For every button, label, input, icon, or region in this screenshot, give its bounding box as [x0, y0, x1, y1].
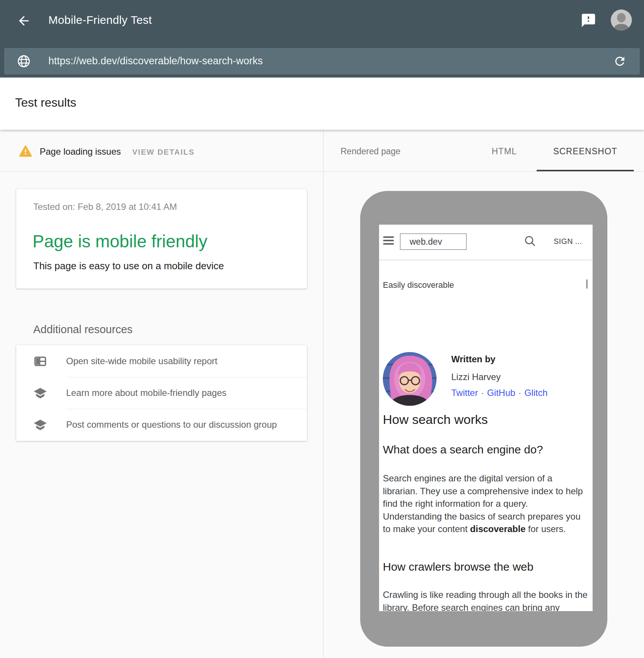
school-icon	[33, 386, 47, 400]
tab-screenshot[interactable]: SCREENSHOT	[537, 146, 634, 157]
page-header: Test results	[0, 78, 644, 130]
twitter-link: Twitter	[451, 388, 478, 398]
verdict-heading: Page is mobile friendly	[33, 231, 207, 251]
tested-on-timestamp: Tested on: Feb 8, 2019 at 10:41 AM	[33, 202, 177, 212]
resource-label: Learn more about mobile-friendly pages	[66, 388, 226, 398]
url-bar[interactable]: https://web.dev/discoverable/how-search-…	[4, 48, 640, 74]
link-separator: ·	[478, 388, 487, 398]
resource-discussion-group-link[interactable]: Post comments or questions to our discus…	[16, 409, 307, 441]
resource-learn-more-link[interactable]: Learn more about mobile-friendly pages	[16, 377, 307, 409]
section-paragraph: Crawling is like reading through all the…	[383, 588, 589, 611]
view-details-button[interactable]: VIEW DETAILS	[132, 148, 195, 157]
back-icon[interactable]	[17, 14, 31, 28]
feedback-icon[interactable]	[581, 12, 596, 29]
resource-label: Open site-wide mobile usability report	[66, 356, 217, 366]
article-title: How search works	[383, 412, 488, 427]
site-search-box: web.dev	[400, 233, 467, 250]
author-avatar	[383, 352, 437, 406]
refresh-icon[interactable]	[613, 54, 627, 68]
screenshot-preview: web.dev SIGN ... Easily discoverable	[379, 225, 593, 611]
resources-card: Open site-wide mobile usability report L…	[16, 345, 307, 441]
warning-icon	[18, 144, 33, 158]
url-text: https://web.dev/discoverable/how-search-…	[48, 55, 263, 67]
school-icon	[33, 418, 47, 432]
additional-resources-heading: Additional resources	[33, 323, 133, 336]
breadcrumb: Easily discoverable	[383, 280, 454, 290]
verdict-description: This page is easy to use on a mobile dev…	[33, 260, 224, 272]
search-icon	[523, 234, 537, 248]
phone-mockup: web.dev SIGN ... Easily discoverable	[360, 191, 607, 647]
github-link: GitHub	[487, 388, 516, 398]
app-bar: Mobile-Friendly Test https://web.dev/dis…	[0, 0, 644, 78]
tab-html[interactable]: HTML	[492, 146, 517, 157]
user-avatar[interactable]	[611, 9, 632, 31]
link-separator: ·	[515, 388, 524, 398]
glitch-link: Glitch	[524, 388, 547, 398]
content-area: Page loading issues VIEW DETAILS Rendere…	[0, 130, 644, 658]
truncated-icon	[587, 279, 587, 289]
active-tab-indicator	[537, 170, 634, 171]
app-title: Mobile-Friendly Test	[48, 14, 152, 26]
panel-divider	[323, 130, 324, 658]
usability-report-icon	[33, 354, 47, 368]
preview-site-header: web.dev SIGN ...	[379, 225, 593, 260]
author-name: Lizzi Harvey	[451, 372, 501, 382]
resource-usability-report-link[interactable]: Open site-wide mobile usability report	[16, 345, 307, 377]
sign-in-label: SIGN ...	[554, 237, 582, 246]
toolbar-divider	[0, 171, 644, 172]
page-title: Test results	[15, 96, 76, 110]
site-name: web.dev	[410, 237, 442, 247]
resource-label: Post comments or questions to our discus…	[66, 419, 277, 430]
section-heading: What does a search engine do?	[383, 443, 543, 456]
section-paragraph: Search engines are the digital version o…	[383, 472, 589, 535]
globe-icon	[17, 54, 31, 68]
written-by-label: Written by	[451, 354, 495, 365]
section-heading: How crawlers browse the web	[383, 560, 533, 573]
result-card: Tested on: Feb 8, 2019 at 10:41 AM Page …	[16, 189, 307, 289]
mobile-friendly-test-app: Mobile-Friendly Test https://web.dev/dis…	[0, 0, 644, 658]
hamburger-menu-icon	[383, 236, 394, 245]
tab-rendered-page[interactable]: Rendered page	[341, 146, 401, 157]
author-links: Twitter·GitHub·Glitch	[451, 388, 548, 398]
page-loading-issues-label: Page loading issues	[40, 146, 121, 157]
